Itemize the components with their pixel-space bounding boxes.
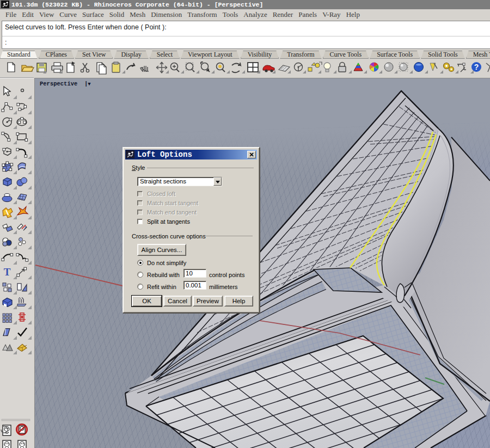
svg-text:?: ? [474, 63, 479, 71]
svg-text:T: T [4, 266, 11, 278]
